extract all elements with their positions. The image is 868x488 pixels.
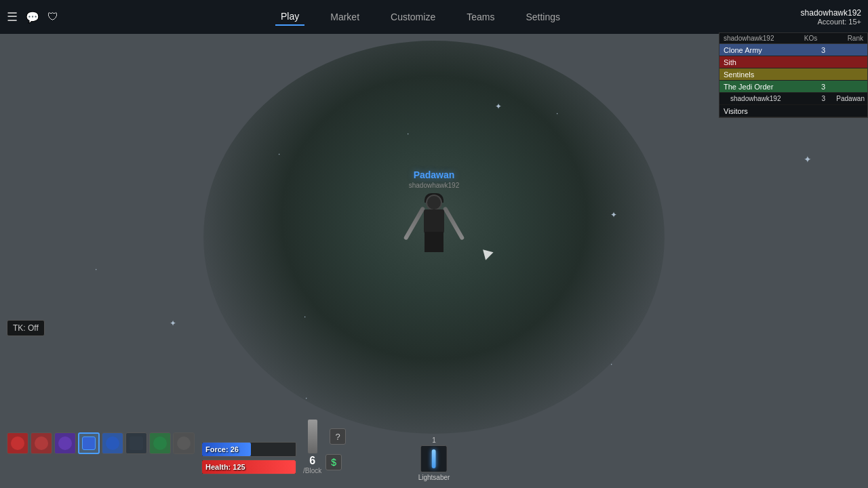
sparkle-decoration: ✦ xyxy=(804,154,812,165)
force-bar-label: Force: 26 xyxy=(205,445,239,453)
sparkle: · xyxy=(95,264,97,274)
main-navigation: Play Market Customize Teams Settings xyxy=(122,8,719,26)
help-button[interactable]: ? xyxy=(330,428,346,445)
nav-settings[interactable]: Settings xyxy=(520,9,566,25)
player-subtitle: shadowhawk192 xyxy=(409,182,460,189)
player-row-shadowhawk: shadowhawk192 3 Padawan xyxy=(719,93,867,105)
block-label: /Block xyxy=(303,467,321,474)
player-name: shadowhawk192 xyxy=(730,95,816,102)
ability-slot-1[interactable] xyxy=(7,432,28,454)
username-col-header: shadowhawk192 xyxy=(724,35,774,42)
nav-teams[interactable]: Teams xyxy=(461,9,500,25)
username-label: shadowhawk192 xyxy=(801,8,861,18)
char-body xyxy=(424,209,444,233)
rank-col-header: Rank xyxy=(848,35,863,42)
nav-play[interactable]: Play xyxy=(275,8,304,26)
team-name-sith: Sith xyxy=(722,58,817,67)
status-bars: Force: 26 Health: 125 xyxy=(201,442,296,474)
tk-status-indicator: TK: Off xyxy=(7,320,45,336)
team-score-jedi: 3 xyxy=(816,83,831,91)
sparkle: ✦ xyxy=(170,319,176,328)
team-row-visitors: Visitors xyxy=(719,105,867,117)
weapon-block-area: 6 /Block xyxy=(303,420,321,474)
shield-icon[interactable]: 🛡 xyxy=(47,11,58,23)
sparkle: ✦ xyxy=(495,102,502,111)
sparkle: · xyxy=(304,312,306,321)
ability-slot-2[interactable] xyxy=(31,432,52,454)
ability-hotbar xyxy=(7,432,195,454)
player-rank: Padawan xyxy=(831,95,865,102)
nav-market[interactable]: Market xyxy=(325,9,365,25)
block-value: 6 xyxy=(309,455,315,467)
char-legs xyxy=(425,232,443,252)
ko-col-header: KOs xyxy=(804,35,817,42)
ability-slot-7[interactable] xyxy=(149,432,171,454)
team-row-clone: Clone Army 3 xyxy=(719,44,867,56)
sparkle: · xyxy=(407,129,409,138)
sparkle: · xyxy=(556,108,558,118)
team-name-visitors: Visitors xyxy=(722,106,817,116)
currency-button[interactable]: $ xyxy=(326,454,342,470)
nav-customize[interactable]: Customize xyxy=(385,9,441,25)
sparkle: ✦ xyxy=(610,210,617,220)
ability-slot-3[interactable] xyxy=(54,432,76,454)
bottom-hud: Force: 26 Health: 125 6 /Block ? $ xyxy=(0,420,868,488)
account-label: Account: 15+ xyxy=(817,18,861,26)
scoreboard-header: shadowhawk192 KOs Rank xyxy=(719,33,867,44)
ability-slot-8[interactable] xyxy=(173,432,195,454)
team-row-sentinels: Sentinels xyxy=(719,68,867,81)
player-character-sprite xyxy=(407,195,461,276)
player-character-area: Padawan shadowhawk192 xyxy=(407,169,461,276)
ability-slot-4[interactable] xyxy=(78,432,100,454)
player-score: 3 xyxy=(816,95,831,102)
topbar-left-icons: ☰ 💬 🛡 xyxy=(0,9,122,24)
chat-icon[interactable]: 💬 xyxy=(26,11,39,24)
scoreboard-panel: shadowhawk192 KOs Rank Clone Army 3 Sith… xyxy=(719,33,868,118)
health-bar-container: Health: 125 xyxy=(201,460,296,474)
player-title: Padawan xyxy=(414,169,455,180)
weapon-icon xyxy=(308,420,317,453)
team-name-sentinels: Sentinels xyxy=(722,70,817,79)
team-name-clone: Clone Army xyxy=(722,45,816,55)
sparkle: · xyxy=(278,149,280,159)
char-head xyxy=(426,195,442,211)
weapon-left xyxy=(403,206,426,241)
ability-slot-5[interactable] xyxy=(102,432,123,454)
ability-slot-6[interactable] xyxy=(125,432,147,454)
team-score-clone: 3 xyxy=(816,46,831,54)
health-bar-label: Health: 125 xyxy=(205,463,245,471)
force-bar-container: Force: 26 xyxy=(201,442,296,457)
sparkle: · xyxy=(610,359,612,369)
team-name-jedi: The Jedi Order xyxy=(722,82,816,92)
hamburger-menu-icon[interactable]: ☰ xyxy=(7,9,18,24)
topbar-user-info: shadowhawk192 Account: 15+ xyxy=(719,8,868,26)
team-row-jedi: The Jedi Order 3 xyxy=(719,81,867,93)
team-row-sith: Sith xyxy=(719,56,867,68)
sparkle: · xyxy=(305,393,307,403)
top-navigation-bar: ☰ 💬 🛡 Play Market Customize Teams Settin… xyxy=(0,0,868,34)
